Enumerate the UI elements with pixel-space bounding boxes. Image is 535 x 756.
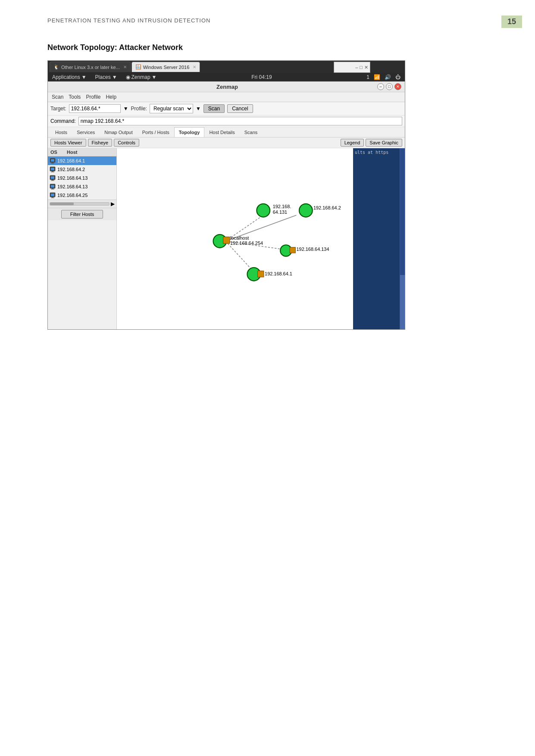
scrollbar-thumb [50, 203, 74, 205]
tab-linux-close[interactable]: ✕ [123, 65, 127, 69]
zenmap-menu-icon: ◉ [126, 74, 130, 80]
svg-rect-17 [51, 194, 54, 196]
applications-menu[interactable]: Applications ▼ [52, 74, 87, 80]
host-list-panel: OS Host 192.168.64.1 192.168.64.2 [48, 148, 117, 329]
scan-bar: Target: ▼ Profile: Regular scan ▼ Scan C… [48, 102, 405, 116]
svg-rect-3 [51, 163, 54, 164]
scan-menu[interactable]: Scan [50, 94, 65, 100]
svg-rect-6 [52, 171, 53, 172]
target-label: Target: [50, 106, 66, 112]
tab-hosts[interactable]: Hosts [50, 127, 72, 137]
tab-ports-hosts[interactable]: Ports / Hosts [138, 127, 174, 137]
tab-services[interactable]: Services [72, 127, 100, 137]
power-icon: ⏻ [395, 74, 400, 80]
profile-arrow: ▼ [196, 106, 201, 112]
profile-menu[interactable]: Profile [84, 94, 102, 100]
tab-topology[interactable]: Topology [174, 127, 205, 137]
win-maximize[interactable]: □ [360, 65, 363, 70]
svg-rect-13 [51, 185, 54, 187]
filter-hosts-button[interactable]: Filter Hosts [61, 210, 103, 219]
page-header: PENETRATION TESTING AND INTRUSION DETECT… [47, 17, 210, 24]
svg-rect-35 [290, 247, 295, 253]
terminal-scrollbar[interactable] [400, 148, 405, 329]
svg-rect-2 [52, 162, 53, 163]
svg-text:64.131: 64.131 [273, 209, 287, 215]
host-ip-3: 192.168.64.13 [57, 184, 88, 189]
host-list-scroll: 192.168.64.1 192.168.64.2 192.168.64.13 [48, 156, 116, 200]
svg-text:192.168.64.254: 192.168.64.254 [230, 241, 263, 246]
windows-icon: 🪟 [135, 64, 141, 70]
svg-rect-18 [52, 197, 53, 198]
win-minimize[interactable]: – [355, 65, 358, 70]
section-title: Network Topology: Attacker Network [47, 43, 183, 52]
help-menu[interactable]: Help [104, 94, 118, 100]
tab-scans[interactable]: Scans [240, 127, 263, 137]
volume-icon: 🔊 [385, 74, 391, 80]
host-ip-2: 192.168.64.13 [57, 175, 88, 181]
profile-select[interactable]: Regular scan [150, 104, 193, 113]
scan-button[interactable]: Scan [203, 104, 225, 113]
host-item-1[interactable]: 192.168.64.2 [48, 165, 116, 174]
cancel-button[interactable]: Cancel [227, 104, 253, 113]
close-button[interactable]: ✕ [394, 83, 401, 90]
command-input[interactable] [78, 117, 402, 125]
host-ip-4: 192.168.64.25 [57, 193, 88, 198]
host-item-4[interactable]: 192.168.64.25 [48, 191, 116, 200]
fisheye-btn[interactable]: Fisheye [88, 139, 113, 147]
windows-window-controls: – □ ✕ [334, 62, 370, 73]
tab-windows[interactable]: 🪟 Windows Server 2016 ✕ [131, 62, 200, 72]
svg-rect-1 [51, 159, 54, 162]
host-icon-4 [50, 192, 56, 198]
maximize-button[interactable]: □ [386, 83, 393, 90]
save-graphic-btn[interactable]: Save Graphic [366, 139, 402, 147]
svg-rect-31 [223, 237, 230, 244]
zenmap-title: Zenmap [216, 84, 238, 90]
command-label: Command: [50, 118, 76, 124]
svg-text:192.168.64.2: 192.168.64.2 [313, 205, 341, 210]
hosts-viewer-btn[interactable]: Hosts Viewer [50, 139, 86, 147]
legend-btn[interactable]: Legend [341, 139, 364, 147]
host-ip-0: 192.168.64.1 [57, 158, 85, 163]
win-close[interactable]: ✕ [364, 65, 368, 70]
menubar-right: 1 📶 🔊 ⏻ [366, 74, 400, 80]
zenmap-menu-arrow: ▼ [152, 74, 157, 80]
col-host: Host [67, 150, 77, 155]
svg-text:192.168.: 192.168. [273, 204, 291, 209]
tab-linux[interactable]: 🐧 Other Linux 3.x or later ke... ✕ [50, 62, 131, 72]
host-item-0[interactable]: 192.168.64.1 [48, 156, 116, 165]
host-item-3[interactable]: 192.168.64.13 [48, 182, 116, 191]
applications-arrow: ▼ [81, 74, 87, 80]
zenmap-titlebar: Zenmap – □ ✕ [48, 81, 405, 92]
linux-icon: 🐧 [53, 64, 59, 70]
svg-rect-10 [52, 180, 53, 181]
svg-rect-38 [258, 271, 264, 277]
host-ip-1: 192.168.64.2 [57, 167, 85, 172]
scroll-right-arrow[interactable]: ▶ [111, 201, 115, 207]
svg-text:localhost: localhost [230, 235, 249, 241]
tools-menu[interactable]: Tools [67, 94, 82, 100]
horizontal-scrollbar[interactable] [50, 202, 110, 206]
svg-rect-14 [52, 188, 53, 189]
host-icon-1 [50, 166, 56, 172]
target-arrow: ▼ [123, 106, 128, 112]
zenmap-menu[interactable]: ◉ Zenmap ▼ [126, 74, 157, 80]
minimize-button[interactable]: – [377, 83, 384, 90]
tab-nmap-output[interactable]: Nmap Output [100, 127, 137, 137]
host-item-2[interactable]: 192.168.64.13 [48, 174, 116, 182]
network-icon: 1 [366, 74, 369, 80]
svg-rect-11 [51, 181, 54, 181]
host-icon-0 [50, 158, 56, 164]
host-icon-3 [50, 184, 56, 190]
topology-svg: 192.168. 64.131 192.168.64.2 localhost 1… [117, 148, 353, 329]
svg-rect-9 [51, 176, 54, 179]
svg-rect-19 [51, 198, 54, 198]
tab-host-details[interactable]: Host Details [204, 127, 239, 137]
menubar-left: Applications ▼ Places ▼ ◉ Zenmap ▼ [52, 74, 156, 80]
controls-btn[interactable]: Controls [114, 139, 139, 147]
tab-windows-close[interactable]: ✕ [193, 65, 196, 69]
inner-tabs-row: Hosts Services Nmap Output Ports / Hosts… [48, 127, 405, 137]
svg-point-28 [299, 204, 313, 217]
target-input[interactable] [69, 104, 121, 113]
svg-rect-15 [51, 189, 54, 190]
places-menu[interactable]: Places ▼ [95, 74, 117, 80]
